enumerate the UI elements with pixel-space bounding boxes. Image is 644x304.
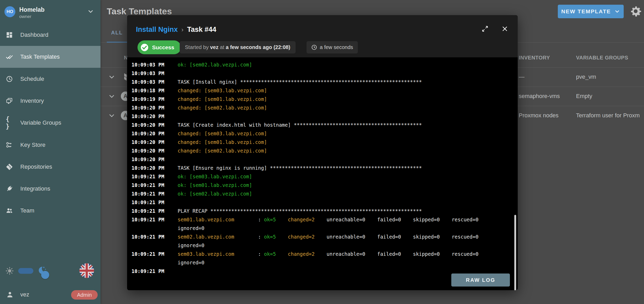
log-timestamp: 10:09:21 PM bbox=[132, 198, 178, 207]
log-text-segment: changed: [sem03.lab.vezpi.com] bbox=[178, 86, 267, 95]
log-scrollbar-thumb[interactable] bbox=[514, 215, 516, 290]
settings-gear-icon[interactable] bbox=[630, 5, 642, 17]
breadcrumb-template-link[interactable]: Install Nginx bbox=[136, 26, 178, 34]
log-text-segment: ok=5 bbox=[264, 215, 276, 224]
column-header-variable-groups[interactable]: VARIABLE GROUPS bbox=[576, 55, 628, 61]
sidebar-item-label: Task Templates bbox=[20, 53, 60, 60]
log-line: 10:09:20 PMTASK [Ensure nginx is running… bbox=[127, 164, 518, 172]
log-text-segment: changed: [sem02.lab.vezpi.com] bbox=[178, 147, 267, 155]
inventory-icon bbox=[6, 97, 13, 105]
log-timestamp: 10:09:21 PM bbox=[132, 233, 178, 241]
log-line: 10:09:20 PMTASK [Create index.html with … bbox=[127, 121, 518, 129]
log-text-segment: TASK [Install nginx] bbox=[178, 78, 240, 86]
chevron-down-icon[interactable] bbox=[108, 106, 116, 125]
sidebar-item-key-store[interactable]: Key Store bbox=[0, 134, 101, 156]
log-line: 10:09:19 PMchanged: [sem01.lab.vezpi.com… bbox=[127, 95, 518, 104]
log-text-segment: sem03.lab.vezpi.com bbox=[178, 250, 234, 258]
sidebar-item-inventory[interactable]: Inventory bbox=[0, 90, 101, 112]
user-menu[interactable]: vez Admin bbox=[0, 288, 101, 301]
sidebar-item-schedule[interactable]: Schedule bbox=[0, 68, 101, 90]
log-text-segment: ****************************************… bbox=[270, 164, 422, 172]
sidebar-item-label: Dashboard bbox=[20, 32, 48, 38]
log-line: ignored=0 bbox=[127, 241, 518, 250]
sidebar-item-team[interactable]: Team bbox=[0, 200, 101, 222]
log-line: 10:09:21 PMok: [sem02.lab.vezpi.com] bbox=[127, 190, 518, 198]
cell-variable-groups: pve_vm bbox=[576, 67, 596, 87]
started-chip: Started by vez at a few seconds ago (22:… bbox=[180, 41, 296, 53]
log-timestamp: 10:09:20 PM bbox=[132, 112, 178, 121]
log-text-segment: ok=5 bbox=[264, 250, 276, 258]
sidebar-item-dashboard[interactable]: Dashboard bbox=[0, 24, 101, 46]
check-circle-icon bbox=[140, 43, 149, 52]
uk-flag-icon[interactable] bbox=[79, 263, 94, 278]
log-text-segment: sem02.lab.vezpi.com bbox=[178, 233, 234, 241]
log-timestamp: 10:09:03 PM bbox=[132, 60, 178, 69]
log-text-segment bbox=[276, 215, 288, 224]
log-text-segment: changed: [sem03.lab.vezpi.com] bbox=[178, 129, 267, 138]
log-line: 10:09:20 PMchanged: [sem03.lab.vezpi.com… bbox=[127, 129, 518, 138]
log-text-segment: : bbox=[234, 215, 264, 224]
log-text-segment: ****************************************… bbox=[240, 78, 422, 86]
log-text-segment: ok: [sem03.lab.vezpi.com] bbox=[178, 172, 252, 181]
cell-variable-groups: Empty bbox=[576, 87, 592, 106]
log-timestamp bbox=[132, 258, 178, 267]
variable-groups-icon: { } bbox=[6, 119, 13, 126]
sidebar-item-variable-groups[interactable]: { }Variable Groups bbox=[0, 112, 101, 134]
log-text-segment: ****************************************… bbox=[210, 207, 422, 215]
dark-mode-toggle[interactable] bbox=[18, 268, 33, 274]
log-text-segment: unreachable=0 failed=0 skipped=0 rescued… bbox=[315, 250, 478, 258]
sidebar-item-label: Integrations bbox=[20, 185, 50, 192]
clock-icon bbox=[311, 44, 317, 50]
log-line: 10:09:21 PMok: [sem03.lab.vezpi.com] bbox=[127, 172, 518, 181]
status-badge: Success bbox=[137, 40, 181, 54]
log-text-segment: changed: [sem01.lab.vezpi.com] bbox=[178, 95, 267, 104]
raw-log-button[interactable]: RAW LOG bbox=[451, 273, 510, 287]
log-line: 10:09:03 PM bbox=[127, 69, 518, 78]
log-text-segment: changed=2 bbox=[288, 215, 315, 224]
sidebar-item-label: Repositories bbox=[20, 163, 52, 170]
user-name: vez bbox=[20, 291, 29, 298]
log-timestamp: 10:09:20 PM bbox=[132, 121, 178, 129]
log-timestamp: 10:09:18 PM bbox=[132, 86, 178, 95]
log-timestamp: 10:09:20 PM bbox=[132, 104, 178, 112]
log-line: 10:09:18 PMchanged: [sem03.lab.vezpi.com… bbox=[127, 86, 518, 95]
log-text-segment: sem01.lab.vezpi.com bbox=[178, 215, 234, 224]
sun-icon bbox=[5, 266, 14, 275]
log-text-segment: TASK [Create index.html with hostname] bbox=[178, 121, 294, 129]
log-output[interactable]: 10:09:03 PMok: [sem02.lab.vezpi.com]10:0… bbox=[127, 57, 518, 290]
sidebar-item-repositories[interactable]: Repositories bbox=[0, 156, 101, 178]
sidebar-item-label: Schedule bbox=[20, 76, 44, 82]
log-line: 10:09:21 PMPLAY RECAP ******************… bbox=[127, 207, 518, 215]
expand-icon[interactable] bbox=[479, 23, 491, 34]
sidebar: HO Homelab owner DashboardTask Templates… bbox=[0, 0, 101, 304]
log-timestamp: 10:09:20 PM bbox=[132, 129, 178, 138]
integrations-icon bbox=[6, 185, 13, 192]
log-line: 10:09:21 PMok: [sem01.lab.vezpi.com] bbox=[127, 181, 518, 190]
status-label: Success bbox=[152, 44, 174, 51]
sidebar-item-task-templates[interactable]: Task Templates bbox=[0, 46, 101, 68]
started-chip-segment: vez bbox=[210, 44, 218, 50]
duration-chip: a few seconds bbox=[307, 41, 358, 53]
duration-label: a few seconds bbox=[320, 44, 353, 50]
log-timestamp: 10:09:03 PM bbox=[132, 69, 178, 78]
log-text-segment: ignored=0 bbox=[178, 224, 204, 233]
new-template-button[interactable]: NEW TEMPLATE bbox=[558, 5, 624, 18]
log-timestamp: 10:09:20 PM bbox=[132, 147, 178, 155]
close-icon[interactable] bbox=[499, 23, 510, 34]
repositories-icon bbox=[6, 163, 13, 171]
chevron-down-icon[interactable] bbox=[108, 67, 116, 87]
tab-all[interactable]: ALL bbox=[107, 30, 127, 36]
log-line: ignored=0 bbox=[127, 224, 518, 233]
log-timestamp: 10:09:19 PM bbox=[132, 95, 178, 104]
log-line: 10:09:03 PMok: [sem02.lab.vezpi.com] bbox=[127, 60, 518, 69]
schedule-icon bbox=[6, 75, 13, 83]
sidebar-item-label: Inventory bbox=[20, 98, 44, 104]
log-line: 10:09:20 PM bbox=[127, 112, 518, 121]
sidebar-item-integrations[interactable]: Integrations bbox=[0, 178, 101, 200]
log-text-segment: unreachable=0 failed=0 skipped=0 rescued… bbox=[315, 233, 478, 241]
chevron-down-icon[interactable] bbox=[108, 87, 116, 106]
column-header-inventory[interactable]: INVENTORY bbox=[519, 55, 550, 61]
log-timestamp: 10:09:21 PM bbox=[132, 267, 178, 276]
log-line: 10:09:21 PMsem01.lab.vezpi.com : ok=5 ch… bbox=[127, 215, 518, 224]
log-text-segment: changed=2 bbox=[288, 250, 315, 258]
